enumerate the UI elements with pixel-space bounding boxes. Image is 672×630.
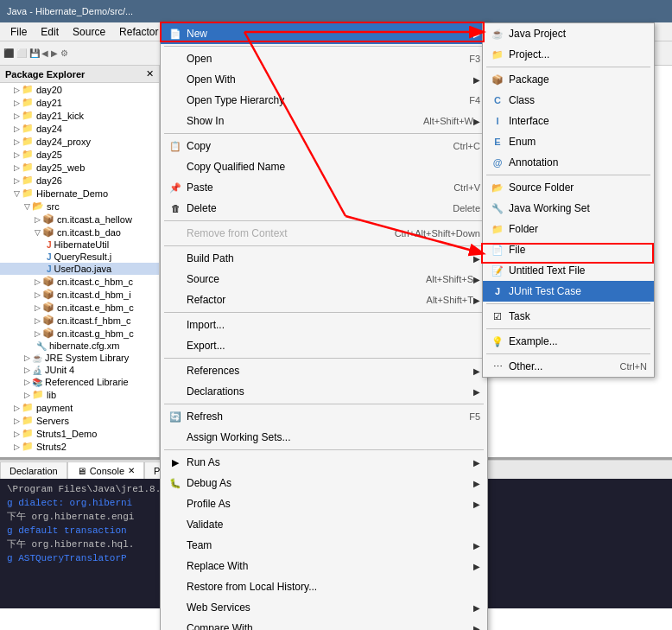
cm-item-source[interactable]: Source Alt+Shift+S ▶ [161,269,487,290]
cm-item-team[interactable]: Team ▶ [161,535,487,556]
cm-item-assign-sets[interactable]: Assign Working Sets... [161,427,487,448]
tree-label: cn.itcast.f_hbm_c [57,315,131,326]
cm-source-folder-label: Source Folder [509,181,647,194]
context-menu-main[interactable]: 📄 New ▶ Open F3 Open With ▶ Open Type Hi… [160,22,488,630]
interface-icon: I [490,113,505,129]
tree-item-struts2[interactable]: ▷📁 Struts2 [0,440,159,453]
cm-item-copy[interactable]: 📋 Copy Ctrl+C [161,136,487,156]
cm-item-replace-with[interactable]: Replace With ▶ [161,556,487,576]
tree-item-pkg-d[interactable]: ▷📦 cn.itcast.d_hbm_i [0,288,159,301]
tree-item-day25web[interactable]: ▷📁 day25_web [0,161,159,174]
cm-item-profile-as[interactable]: Profile As ▶ [161,493,487,514]
menu-edit[interactable]: Edit [34,24,66,40]
tree-item-referenced-libs[interactable]: ▷📚 Referenced Librarie [0,376,159,388]
cm-show-in-shortcut: Alt+Shift+W [423,116,473,126]
tree-item-junit4[interactable]: ▷🔬 JUnit 4 [0,364,159,376]
cm-item-open-with[interactable]: Open With ▶ [161,69,487,90]
import-icon [168,317,183,333]
close-tab-icon[interactable]: ✕ [128,466,135,475]
tree-item-hibernate-cfg[interactable]: 🔧 hibernate.cfg.xm [0,340,159,352]
cm-item-references[interactable]: References ▶ [161,360,487,381]
cm-item-build-path[interactable]: Build Path ▶ [161,248,487,269]
cm-new-java-working-set[interactable]: 🔧 Java Working Set [483,198,654,219]
cm-item-show-in[interactable]: Show In Alt+Shift+W ▶ [161,111,487,131]
cm-new-source-folder[interactable]: 📂 Source Folder [483,177,654,198]
cm-item-debug-as[interactable]: 🐛 Debug As ▶ [161,473,487,493]
cm-item-paste[interactable]: 📌 Paste Ctrl+V [161,177,487,198]
tree-item-day24[interactable]: ▷📁 day24 [0,122,159,135]
tree-item-pkg-e[interactable]: ▷📦 cn.itcast.e_hbm_c [0,301,159,314]
cm-item-export[interactable]: Export... [161,335,487,356]
cm-new-junit-test-case[interactable]: J JUnit Test Case [483,281,654,302]
cm-new-enum[interactable]: E Enum [483,131,654,152]
cm-item-refresh[interactable]: 🔄 Refresh F5 [161,406,487,427]
tree-item-day21kick[interactable]: ▷📁 day21_kick [0,109,159,122]
cm-folder-label: Folder [509,223,647,235]
cm-new-task[interactable]: ☑ Task [483,306,654,327]
cm-item-new[interactable]: 📄 New ▶ [161,23,487,44]
cm-interface-label: Interface [509,115,647,127]
menu-refactor[interactable]: Refactor [112,24,165,40]
tree-item-jre[interactable]: ▷☕ JRE System Library [0,352,159,364]
tree-label: cn.itcast.c_hbm_c [57,277,133,287]
cm-build-path-arrow: ▶ [473,254,480,264]
cm-enum-label: Enum [509,136,647,148]
tree-item-pkg-g[interactable]: ▷📦 cn.itcast.g_hbm_c [0,327,159,340]
tree-item-day20[interactable]: ▷📁 day20 [0,83,159,96]
cm-item-remove-context[interactable]: Remove from Context Ctrl+Alt+Shift+Down [161,223,487,244]
cm-new-class[interactable]: C Class [483,90,654,111]
team-icon [168,538,183,553]
tree-item-hibernateutil[interactable]: J HibernateUtil [0,239,159,251]
tree-item-pkg-c[interactable]: ▷📦 cn.itcast.c_hbm_c [0,275,159,288]
cm-item-declarations[interactable]: Declarations ▶ [161,381,487,402]
cm-item-import[interactable]: Import... [161,315,487,335]
menu-source[interactable]: Source [66,24,112,40]
tree-item-hibernate-demo[interactable]: ▽📁 Hibernate_Demo [0,187,159,200]
cm-new-package[interactable]: 📦 Package [483,69,654,90]
tree-item-day26[interactable]: ▷📁 day26 [0,174,159,187]
cm-new-project[interactable]: 📁 Project... [483,44,654,65]
cm-item-open[interactable]: Open F3 [161,48,487,69]
cm-item-validate[interactable]: Validate [161,514,487,535]
cm-separator-5 [164,312,484,313]
tree-item-day25[interactable]: ▷📁 day25 [0,148,159,161]
cm-new-untitled-text[interactable]: 📝 Untitled Text File [483,260,654,281]
tree-item-day24proxy[interactable]: ▷📁 day24_proxy [0,135,159,148]
cm-new-folder[interactable]: 📁 Folder [483,219,654,239]
tree-item-pkg-f[interactable]: ▷📦 cn.itcast.f_hbm_c [0,314,159,327]
remove-context-icon [168,226,183,241]
tree-item-queryresult[interactable]: J QueryResult.j [0,251,159,263]
cm-new-annotation[interactable]: @ Annotation [483,152,654,173]
tree-item-struts1[interactable]: ▷📁 Struts1_Demo [0,427,159,440]
cm-new-example[interactable]: 💡 Example... [483,331,654,352]
tab-declaration[interactable]: Declaration [0,461,67,479]
tree-item-day21[interactable]: ▷📁 day21 [0,96,159,109]
tab-console[interactable]: 🖥 Console ✕ [67,461,144,479]
menu-file[interactable]: File [3,24,34,40]
cm-item-compare-with[interactable]: Compare With ▶ [161,618,487,630]
cm-item-open-type[interactable]: Open Type Hierarchy F4 [161,90,487,111]
cm-item-refactor[interactable]: Refactor Alt+Shift+T ▶ [161,290,487,310]
cm-item-run-as[interactable]: ▶ Run As ▶ [161,452,487,473]
tree-item-payment[interactable]: ▷📁 payment [0,401,159,414]
close-icon[interactable]: ✕ [146,68,154,80]
cm-new-java-project[interactable]: ☕ Java Project [483,23,654,44]
cm-new-other[interactable]: ⋯ Other... Ctrl+N [483,356,654,377]
cm-item-delete[interactable]: 🗑 Delete Delete [161,198,487,219]
tree-item-userdao[interactable]: J UserDao.java [0,263,159,275]
tree-item-src[interactable]: ▽📂 src [0,200,159,213]
tree-item-pkg-a[interactable]: ▷📦 cn.itcast.a_hellow [0,213,159,226]
cm-item-web-services[interactable]: Web Services ▶ [161,597,487,618]
cm-item-copy-qualified[interactable]: Copy Qualified Name [161,156,487,177]
cm-new-interface[interactable]: I Interface [483,111,654,131]
junit-icon: J [490,283,505,299]
tree-item-lib[interactable]: ▷📁 lib [0,388,159,401]
cm-assign-sets-label: Assign Working Sets... [187,431,480,443]
cm-profile-as-arrow: ▶ [473,500,480,509]
cm-item-restore-local[interactable]: Restore from Local History... [161,576,487,597]
package-tree[interactable]: ▷📁 day20 ▷📁 day21 ▷📁 day21_kick ▷📁 day24… [0,83,159,457]
tree-item-pkg-b[interactable]: ▽📦 cn.itcast.b_dao [0,226,159,239]
tree-item-servers[interactable]: ▷📁 Servers [0,414,159,427]
cm-new-file[interactable]: 📄 File [483,239,654,260]
context-menu-new[interactable]: ☕ Java Project 📁 Project... 📦 Package C … [482,22,655,378]
